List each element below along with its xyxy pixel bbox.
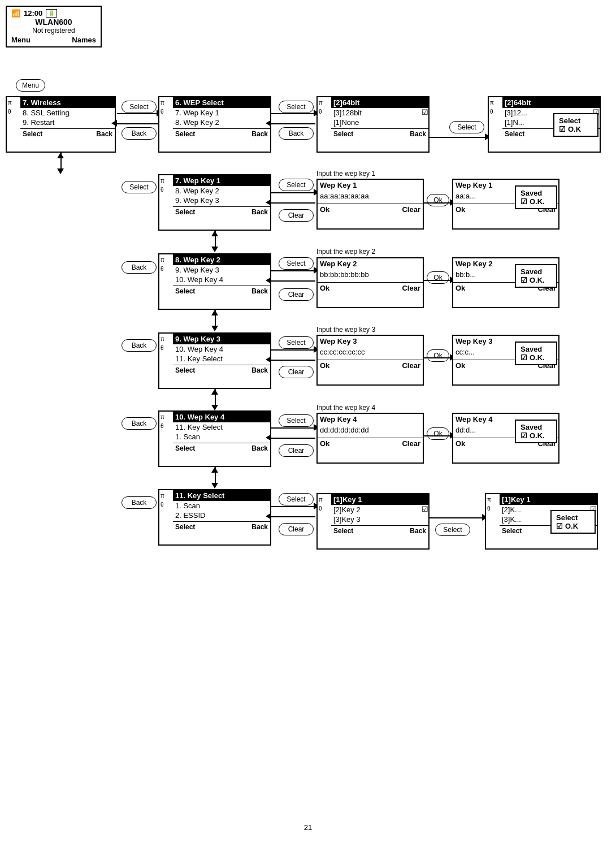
back-btn-row4[interactable]: Back bbox=[122, 339, 157, 352]
checkbox-1: ☑ bbox=[422, 108, 428, 118]
screen-key-select: πθ 11. Key Select 1. Scan 2. ESSID Selec… bbox=[158, 489, 271, 546]
select-btn-s4[interactable]: Select bbox=[279, 179, 314, 191]
wk2-input-label: Wep Key 2 bbox=[318, 258, 423, 269]
ok-btn-wk3[interactable]: Ok bbox=[427, 349, 449, 362]
wep-select-title: 6. WEP Select bbox=[173, 97, 270, 108]
wep-select-back[interactable]: Back bbox=[251, 130, 268, 138]
select-popup-1: Select ☑ O.K bbox=[553, 113, 598, 137]
wireless-select[interactable]: Select bbox=[23, 130, 42, 138]
64bit-select[interactable]: Select bbox=[333, 130, 353, 138]
header-names[interactable]: Names bbox=[72, 36, 96, 44]
ok-btn-wk2[interactable]: Ok bbox=[427, 271, 449, 284]
wk4-saved-ok[interactable]: Ok bbox=[456, 439, 465, 448]
popup-checkbox-2: ☑ bbox=[556, 522, 563, 530]
back-btn-2[interactable]: Back bbox=[279, 127, 314, 140]
device-name: WLAN600 bbox=[11, 18, 96, 27]
keysel-select[interactable]: Select bbox=[175, 523, 195, 531]
select-btn-s8[interactable]: Select bbox=[279, 493, 314, 505]
popup-ok-1[interactable]: O.K bbox=[568, 125, 581, 133]
wk1-input-label: Wep Key 1 bbox=[318, 180, 423, 191]
wk4-select[interactable]: Select bbox=[175, 444, 195, 452]
wk1-saved-ok[interactable]: Ok bbox=[456, 205, 465, 214]
wk1-clear-btn[interactable]: Clear bbox=[402, 205, 420, 214]
wk3-back[interactable]: Back bbox=[251, 366, 268, 374]
saved-checkbox-wk4: ☑ bbox=[520, 431, 527, 440]
menu-button[interactable]: Menu bbox=[16, 79, 45, 92]
wk3-saved-ok[interactable]: Ok bbox=[456, 361, 465, 370]
wk4-clear-btn[interactable]: Clear bbox=[402, 439, 420, 448]
wk4-menu: 10. Wep Key 4 bbox=[173, 275, 270, 284]
wk3-menu-item: 9. Wep Key 3 bbox=[173, 196, 270, 205]
wk4-back[interactable]: Back bbox=[251, 444, 268, 452]
wep-select-select[interactable]: Select bbox=[175, 130, 195, 138]
ok-btn-wk4[interactable]: Ok bbox=[427, 427, 449, 440]
phone-header: 📶 12:00 🔋 WLAN600 Not registered Menu Na… bbox=[6, 6, 102, 47]
wk1-hint: Input the wep key 1 bbox=[316, 170, 375, 178]
back-btn-row5[interactable]: Back bbox=[122, 417, 157, 430]
select-btn-s6[interactable]: Select bbox=[279, 336, 314, 349]
wk1-back[interactable]: Back bbox=[251, 208, 268, 216]
none-item: [1]None bbox=[331, 118, 428, 127]
clear-btn-s4[interactable]: Clear bbox=[279, 209, 314, 222]
signal-icon: 📶 bbox=[11, 9, 20, 18]
select-btn-s5[interactable]: Select bbox=[279, 257, 314, 270]
device-status: Not registered bbox=[11, 27, 96, 34]
clear-btn-s5[interactable]: Clear bbox=[279, 288, 314, 301]
wk2-select[interactable]: Select bbox=[175, 287, 195, 295]
wk2-ok-btn[interactable]: Ok bbox=[320, 284, 329, 292]
select-btn-4[interactable]: Select bbox=[122, 181, 157, 193]
key1-back[interactable]: Back bbox=[410, 527, 426, 535]
select-btn-3[interactable]: Select bbox=[449, 121, 484, 133]
wk3-clear-btn[interactable]: Clear bbox=[402, 361, 420, 370]
saved-ok-wk3[interactable]: O.K. bbox=[530, 353, 545, 362]
select-btn-2[interactable]: Select bbox=[279, 101, 314, 113]
key1-b-title: [1]Key 1 bbox=[500, 494, 597, 505]
wk1-input-value: aa:aa:aa:aa:aa bbox=[318, 191, 423, 201]
wk3-hint: Input the wep key 3 bbox=[316, 326, 375, 334]
scan-menu2: 1. Scan bbox=[173, 501, 270, 511]
wk1-ok-btn[interactable]: Ok bbox=[320, 205, 329, 214]
screen-wep-key1: πθ 7. Wep Key 1 8. Wep Key 2 9. Wep Key … bbox=[158, 174, 271, 231]
saved-ok-wk1[interactable]: O.K. bbox=[530, 197, 545, 206]
64bit-back[interactable]: Back bbox=[410, 130, 426, 138]
wk3-saved-screen: Wep Key 3 cc:c... Ok Clear Saved ☑ O.K. bbox=[452, 335, 559, 386]
wk4-input-screen: Wep Key 4 dd:dd:dd:dd:dd Ok Clear bbox=[316, 413, 424, 464]
64bit-title: [2]64bit bbox=[331, 97, 428, 108]
wk3-select[interactable]: Select bbox=[175, 366, 195, 374]
wk1-select[interactable]: Select bbox=[175, 208, 195, 216]
clear-btn-s6[interactable]: Clear bbox=[279, 366, 314, 378]
keysel-title: 11. Key Select bbox=[173, 490, 270, 501]
ok-btn-wk1[interactable]: Ok bbox=[427, 194, 449, 206]
saved-popup-wk4: Saved ☑ O.K. bbox=[515, 420, 557, 443]
popup-ok-2[interactable]: O.K bbox=[565, 522, 578, 530]
select-btn-1[interactable]: Select bbox=[122, 101, 157, 113]
saved-ok-wk2[interactable]: O.K. bbox=[530, 276, 545, 284]
wk2-saved-ok[interactable]: Ok bbox=[456, 284, 465, 292]
screen-wireless: πθ 7. Wireless 8. SSL Setting 9. Restart… bbox=[6, 96, 116, 153]
wk2-clear-btn[interactable]: Clear bbox=[402, 284, 420, 292]
screen-wep-key2: πθ 8. Wep Key 2 9. Wep Key 3 10. Wep Key… bbox=[158, 253, 271, 310]
wireless-back[interactable]: Back bbox=[96, 130, 112, 138]
screen-wep-key4: πθ 10. Wep Key 4 11. Key Select 1. Scan … bbox=[158, 410, 271, 467]
header-menu[interactable]: Menu bbox=[11, 36, 31, 44]
wk2-back[interactable]: Back bbox=[251, 287, 268, 295]
wk3-ok-btn[interactable]: Ok bbox=[320, 361, 329, 370]
back-btn-row3[interactable]: Back bbox=[122, 261, 157, 274]
wk4-saved-screen: Wep Key 4 dd:d... Ok Clear Saved ☑ O.K. bbox=[452, 413, 559, 464]
select-btn-s7[interactable]: Select bbox=[279, 414, 314, 427]
clear-btn-s8[interactable]: Clear bbox=[279, 523, 314, 535]
essid-menu: 2. ESSID bbox=[173, 511, 270, 520]
back-btn-1[interactable]: Back bbox=[122, 127, 157, 140]
saved-popup-wk2: Saved ☑ O.K. bbox=[515, 264, 557, 288]
key1-b-select[interactable]: Select bbox=[502, 527, 522, 535]
clear-btn-s7[interactable]: Clear bbox=[279, 444, 314, 457]
screen-key1-b: πθ [1]Key 1 [2]K... ☑ [3]K... Select Bac… bbox=[485, 493, 598, 550]
wk2-input-value: bb:bb:bb:bb:bb bbox=[318, 269, 423, 280]
64bit-b-select[interactable]: Select bbox=[505, 130, 524, 138]
wk4-ok-btn[interactable]: Ok bbox=[320, 439, 329, 448]
select-btn-s9[interactable]: Select bbox=[435, 524, 470, 536]
key1-select[interactable]: Select bbox=[333, 527, 353, 535]
saved-ok-wk4[interactable]: O.K. bbox=[530, 431, 545, 440]
keysel-back[interactable]: Back bbox=[251, 523, 268, 531]
back-btn-row6[interactable]: Back bbox=[122, 496, 157, 509]
